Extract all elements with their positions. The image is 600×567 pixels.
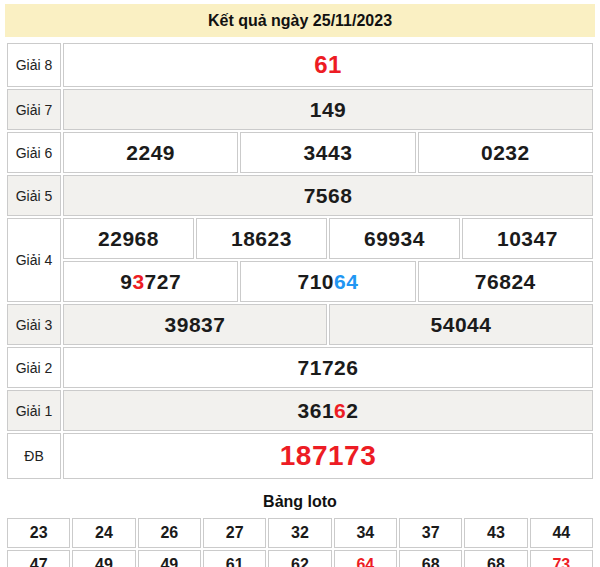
prize-number-cell: 93727	[63, 261, 238, 302]
prize-number-cell: 76824	[418, 261, 593, 302]
loto-number-cell: 64	[334, 550, 397, 567]
prize-label: Giải 7	[7, 89, 61, 130]
digits: 39837	[165, 313, 226, 336]
loto-number-cell: 68	[464, 550, 527, 567]
prize-number-cell: 7568	[63, 175, 593, 216]
prize-number-cell: 0232	[418, 132, 593, 173]
digits: 149	[310, 98, 347, 121]
prize-number-cell: 18623	[196, 218, 327, 259]
loto-number-cell: 32	[268, 518, 331, 548]
prize-row-giải-3: Giải 33983754044	[7, 304, 593, 345]
highlighted-digits: 64	[334, 270, 358, 293]
highlighted-digits: 3	[132, 270, 144, 293]
results-header: Kết quả ngày 25/11/2023	[5, 4, 595, 37]
loto-number-cell: 23	[7, 518, 70, 548]
prize-label: ĐB	[7, 433, 61, 479]
digits: 10347	[497, 227, 558, 250]
prize-number-cell: 187173	[63, 433, 593, 479]
loto-number-cell: 47	[7, 550, 70, 567]
digits: 727	[145, 270, 182, 293]
prize-number-cell: 36162	[63, 390, 593, 431]
prize-row-giải-7: Giải 7149	[7, 89, 593, 130]
prize-number-cell: 10347	[462, 218, 593, 259]
loto-number-cell: 49	[72, 550, 135, 567]
digits: 71726	[298, 356, 359, 379]
prize-number-cell: 69934	[329, 218, 460, 259]
prize-label: Giải 3	[7, 304, 61, 345]
prize-row-giải-4: 937277106476824	[7, 261, 593, 302]
prize-number-cell: 54044	[329, 304, 593, 345]
digits: 9	[120, 270, 132, 293]
digits: 2249	[126, 141, 175, 164]
prize-table: Giải 861Giải 7149Giải 6224934430232Giải …	[5, 41, 595, 481]
loto-number-cell: 26	[138, 518, 201, 548]
digits: 69934	[364, 227, 425, 250]
prize-number-cell: 3443	[240, 132, 415, 173]
digits: 54044	[431, 313, 492, 336]
loto-number-cell: 62	[268, 550, 331, 567]
loto-title: Bảng loto	[5, 493, 595, 511]
highlighted-digits: 6	[334, 399, 346, 422]
prize-label: Giải 1	[7, 390, 61, 431]
prize-number-cell: 22968	[63, 218, 194, 259]
loto-table: 232426273234374344474949616264686873	[5, 516, 595, 567]
loto-number-cell: 68	[399, 550, 462, 567]
prize-row-đb: ĐB187173	[7, 433, 593, 479]
digits: 76824	[475, 270, 536, 293]
prize-row-giải-5: Giải 57568	[7, 175, 593, 216]
prize-number-cell: 2249	[63, 132, 238, 173]
prize-label: Giải 4	[7, 218, 61, 302]
prize-row-giải-4: Giải 422968186236993410347	[7, 218, 593, 259]
digits: 0232	[481, 141, 530, 164]
loto-row: 232426273234374344	[7, 518, 593, 548]
prize-label: Giải 8	[7, 43, 61, 87]
digits: 18623	[231, 227, 292, 250]
highlighted-digits: 187173	[280, 440, 376, 471]
digits: 3443	[304, 141, 353, 164]
loto-number-cell: 73	[530, 550, 593, 567]
prize-number-cell: 39837	[63, 304, 327, 345]
prize-number-cell: 149	[63, 89, 593, 130]
prize-row-giải-6: Giải 6224934430232	[7, 132, 593, 173]
digits: 361	[298, 399, 335, 422]
prize-number-cell: 61	[63, 43, 593, 87]
prize-label: Giải 2	[7, 347, 61, 388]
loto-number-cell: 34	[334, 518, 397, 548]
lottery-results-page: Kết quả ngày 25/11/2023 Giải 861Giải 714…	[0, 0, 600, 567]
results-title: Kết quả ngày 25/11/2023	[208, 12, 392, 30]
loto-table-body: 232426273234374344474949616264686873	[7, 518, 593, 567]
loto-number-cell: 44	[530, 518, 593, 548]
digits: 2	[346, 399, 358, 422]
loto-number-cell: 49	[138, 550, 201, 567]
loto-row: 474949616264686873	[7, 550, 593, 567]
loto-number-cell: 43	[464, 518, 527, 548]
loto-number-cell: 37	[399, 518, 462, 548]
digits: 22968	[98, 227, 159, 250]
prize-label: Giải 6	[7, 132, 61, 173]
highlighted-digits: 61	[314, 51, 342, 78]
digits: 7568	[304, 184, 353, 207]
prize-number-cell: 71726	[63, 347, 593, 388]
loto-number-cell: 24	[72, 518, 135, 548]
loto-number-cell: 27	[203, 518, 266, 548]
prize-table-body: Giải 861Giải 7149Giải 6224934430232Giải …	[7, 43, 593, 479]
prize-row-giải-8: Giải 861	[7, 43, 593, 87]
prize-row-giải-2: Giải 271726	[7, 347, 593, 388]
prize-row-giải-1: Giải 136162	[7, 390, 593, 431]
digits: 710	[298, 270, 335, 293]
loto-number-cell: 61	[203, 550, 266, 567]
prize-label: Giải 5	[7, 175, 61, 216]
prize-number-cell: 71064	[240, 261, 415, 302]
